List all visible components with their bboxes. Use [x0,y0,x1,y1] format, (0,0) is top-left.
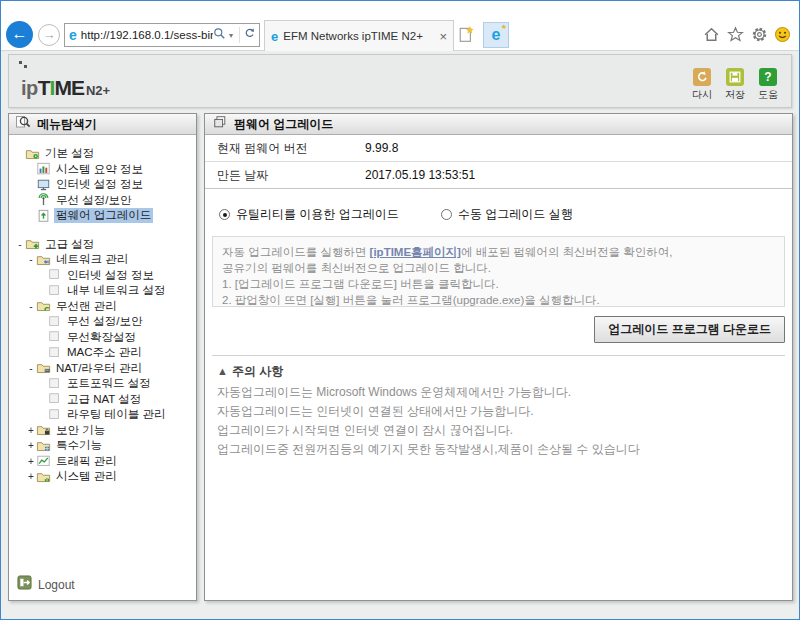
tree-expander-icon[interactable]: + [26,425,36,436]
search-icon[interactable] [213,26,226,44]
square-icon [47,330,62,344]
address-bar[interactable]: e http://192.168.0.1/sess-bin/ ▾ [64,23,260,47]
iptime-homepage-link[interactable]: [ipTIME홈페이지] [370,246,461,258]
sidebar-item[interactable]: +트래픽 관리 [15,454,193,470]
caution-title: ▲주의 사항 [217,363,780,380]
sidebar-item-label[interactable]: 특수기능 [54,438,104,453]
radio-button[interactable] [441,209,452,220]
logo-antenna-dot [19,61,22,64]
instruction-line: 2. 팝업창이 뜨면 [실행] 버튼을 눌러 프로그램(upgrade.exe)… [222,292,775,308]
upgrade-instructions: 자동 업그레이드를 실행하면 [ipTIME홈페이지]에 배포된 펌웨어의 최신… [212,236,785,307]
back-button[interactable]: ← [6,21,33,48]
sidebar-item-label[interactable]: 무선 설정/보안 [65,314,144,329]
sidebar-item[interactable]: 라우팅 테이블 관리 [15,407,193,423]
sidebar-item-label[interactable]: MAC주소 관리 [65,345,144,360]
radio-label[interactable]: 수동 업그레이드 실행 [458,206,573,223]
new-tab-button[interactable] [458,25,478,45]
sidebar-item[interactable]: -네트워크 관리 [15,252,193,268]
tree-expander-icon[interactable]: + [26,456,36,467]
sidebar-item[interactable]: MAC주소 관리 [15,345,193,361]
sidebar-item-label[interactable]: 시스템 요약 정보 [54,162,145,177]
sidebar-item-label[interactable]: 인터넷 설정 정보 [54,177,145,192]
tab-close-icon[interactable]: × [439,29,447,44]
sparkle-icon: ★ [501,23,507,31]
sidebar-item-label[interactable]: 트래픽 관리 [54,454,119,469]
sidebar-item[interactable]: 인터넷 설정 정보 [15,177,193,193]
sidebar-item[interactable]: 인터넷 설정 정보 [15,268,193,284]
logout-button[interactable]: Logout [17,575,75,594]
tree-expander-icon[interactable]: + [26,471,36,482]
radio-option[interactable]: 수동 업그레이드 실행 [441,206,663,223]
favorites-star-icon[interactable] [727,26,745,44]
sidebar-item[interactable]: +시스템 관리 [15,469,193,485]
tree-expander-icon[interactable]: + [26,440,36,451]
settings-gear-icon[interactable] [751,26,769,44]
radio-label[interactable]: 유틸리티를 이용한 업그레이드 [236,206,399,223]
tree-expander-icon[interactable]: - [15,239,25,250]
tree-expander-icon[interactable]: - [26,363,36,374]
download-button[interactable]: 업그레이드 프로그램 다운로드 [594,316,785,343]
toolbar-button-label: 다시 [692,88,712,102]
sidebar-item[interactable]: 무선 설정/보안 [15,193,193,209]
ie-shortcut-button[interactable]: e ★ [483,22,509,48]
sidebar-item-label[interactable]: 기본 설정 [43,146,96,161]
sidebar-item[interactable]: 무선 설정/보안 [15,314,193,330]
save-button[interactable]: 저장 [722,68,748,102]
sidebar-item[interactable]: 포트포워드 설정 [15,376,193,392]
tab-title: EFM Networks ipTIME N2+ [283,30,435,42]
minimize-icon[interactable] [677,2,707,18]
floppy-icon [726,68,744,86]
sidebar-item-label[interactable]: 무선랜 관리 [54,299,119,314]
sidebar-item-label[interactable]: NAT/라우터 관리 [54,361,144,376]
refresh-icon[interactable] [243,26,256,44]
sidebar-item-label[interactable]: 인터넷 설정 정보 [65,268,156,283]
url-text[interactable]: http://192.168.0.1/sess-bin/ [81,29,213,41]
logo-model: N2+ [86,83,110,98]
chevron-down-icon[interactable]: ▾ [229,31,233,40]
sidebar-item[interactable]: +특수기능 [15,438,193,454]
sidebar-item-label[interactable]: 무선 설정/보안 [54,193,133,208]
tree-expander-icon[interactable]: - [26,254,36,265]
help-button[interactable]: ?도움 [755,68,781,102]
radio-option[interactable]: 유틸리티를 이용한 업그레이드 [219,206,441,223]
feedback-smiley-icon[interactable] [774,26,792,44]
square-icon [47,315,62,329]
window-titlebar[interactable] [1,1,799,18]
sidebar-item-label[interactable]: 라우팅 테이블 관리 [65,407,167,422]
instruction-line: 공유기의 펌웨어를 최신버전으로 업그레이드 합니다. [222,260,775,276]
caution-line: 업그레이드가 시작되면 인터넷 연결이 잠시 끊어집니다. [217,421,780,440]
sidebar-item[interactable]: -고급 설정 [15,237,193,253]
tree-expander-icon[interactable]: - [26,301,36,312]
sidebar-item-label[interactable]: 시스템 관리 [54,469,119,484]
caution-line: 자동업그레이드는 Microsoft Windows 운영체제에서만 가능합니다… [217,383,780,402]
browser-tab[interactable]: e EFM Networks ipTIME N2+ × [264,20,454,51]
sidebar-item-label[interactable]: 보안 기능 [54,423,107,438]
sidebar-item-label[interactable]: 펌웨어 업그레이드 [54,208,153,223]
sidebar-item[interactable]: -NAT/라우터 관리 [15,361,193,377]
sidebar-item[interactable]: 무선확장설정 [15,330,193,346]
sidebar-item-label[interactable]: 내부 네트워크 설정 [65,283,167,298]
sidebar-item[interactable]: 펌웨어 업그레이드 [15,208,193,224]
square-icon [47,268,62,282]
maximize-icon[interactable] [717,2,747,18]
ie-favicon: e [271,29,278,44]
sidebar-item-label[interactable]: 네트워크 관리 [54,252,130,267]
sidebar-item[interactable]: 시스템 요약 정보 [15,162,193,178]
caution-line: 자동업그레이드는 인터넷이 연결된 상태에서만 가능합니다. [217,402,780,421]
upgrade-mode-options: 유틸리티를 이용한 업그레이드수동 업그레이드 실행 [219,206,792,223]
sidebar-item-label[interactable]: 포트포워드 설정 [65,376,153,391]
square-icon [47,392,62,406]
radio-button[interactable] [219,209,230,220]
sidebar-item[interactable]: 고급 NAT 설정 [15,392,193,408]
sidebar-item-label[interactable]: 고급 설정 [43,237,96,252]
sidebar-item-label[interactable]: 고급 NAT 설정 [65,392,143,407]
sidebar-item[interactable]: -무선랜 관리 [15,299,193,315]
again-button[interactable]: 다시 [689,68,715,102]
sidebar-item[interactable]: 기본 설정 [15,146,193,162]
home-icon[interactable] [703,26,721,44]
sidebar-item[interactable]: +보안 기능 [15,423,193,439]
sidebar-item[interactable]: 내부 네트워크 설정 [15,283,193,299]
close-icon[interactable] [757,2,787,18]
sidebar-item-label[interactable]: 무선확장설정 [65,330,138,345]
forward-button[interactable]: → [38,24,60,46]
